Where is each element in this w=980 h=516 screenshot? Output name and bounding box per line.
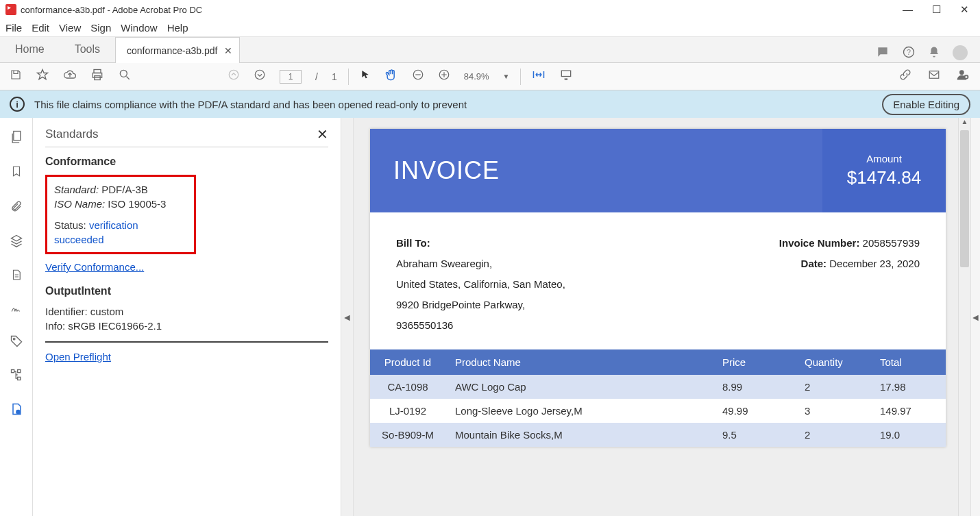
panel-title: Standards	[45, 127, 328, 141]
zoom-out-icon[interactable]	[412, 69, 424, 84]
info-bar: i This file claims compliance with the P…	[0, 90, 980, 118]
attachment-icon[interactable]	[10, 199, 23, 217]
comment-icon[interactable]	[876, 45, 890, 62]
pointer-icon[interactable]	[360, 69, 371, 84]
svg-point-5	[120, 70, 127, 77]
scroll-thumb[interactable]	[960, 130, 969, 267]
col-total: Total	[870, 349, 946, 375]
menu-help[interactable]: Help	[167, 22, 188, 34]
bill-to-line: United States, California, San Mateo,	[396, 274, 742, 295]
menu-sign[interactable]: Sign	[90, 22, 111, 34]
cloud-upload-icon[interactable]	[63, 68, 77, 85]
page-down-icon[interactable]	[254, 69, 266, 84]
zoom-dropdown-icon[interactable]: ▼	[503, 73, 510, 80]
svg-rect-14	[13, 132, 20, 140]
print-icon[interactable]	[90, 68, 104, 85]
svg-rect-11	[929, 71, 939, 79]
standard-value: PDF/A-3B	[101, 184, 148, 195]
add-user-icon[interactable]	[955, 68, 970, 85]
expand-rightpanel-icon[interactable]: ◄	[970, 118, 980, 516]
bill-to-label: Bill To:	[396, 237, 430, 249]
standards-panel: Standards ✕ Conformance Standard: PDF/A-…	[33, 118, 341, 516]
maximize-button[interactable]: ☐	[932, 3, 941, 16]
amount-value: $1474.84	[847, 167, 921, 188]
minimize-button[interactable]: —	[903, 3, 913, 16]
standard-label: Standard:	[54, 184, 99, 195]
signature-icon[interactable]	[10, 302, 23, 318]
toolbar: 1 / 1 84.9% ▼	[0, 63, 980, 90]
document-tab[interactable]: conformance-a3b.pdf ✕	[115, 37, 240, 63]
svg-rect-16	[11, 370, 14, 373]
svg-rect-18	[17, 377, 20, 380]
menu-window[interactable]: Window	[121, 22, 157, 34]
invoice-number: 2058557939	[863, 237, 920, 249]
invoice-title: INVOICE	[370, 129, 822, 212]
svg-rect-17	[17, 370, 20, 373]
collapse-sidepanel-icon[interactable]: ◄	[341, 118, 354, 516]
info-icon: i	[10, 97, 25, 112]
close-panel-icon[interactable]: ✕	[317, 126, 328, 143]
enable-editing-button[interactable]: Enable Editing	[882, 94, 970, 115]
iso-value: ISO 19005-3	[108, 198, 166, 210]
zoom-in-icon[interactable]	[438, 69, 450, 84]
page-input[interactable]: 1	[280, 70, 302, 84]
bookmark-icon[interactable]	[10, 164, 23, 182]
page-slash: /	[315, 71, 318, 82]
standards-icon[interactable]: i	[10, 402, 23, 420]
svg-text:?: ?	[907, 48, 911, 56]
help-icon[interactable]: ?	[902, 45, 916, 62]
read-mode-icon[interactable]	[559, 68, 573, 85]
document-icon[interactable]	[10, 267, 23, 286]
hand-icon[interactable]	[384, 68, 398, 85]
search-icon[interactable]	[118, 68, 132, 85]
info-line: Info: sRGB IEC61966-2.1	[45, 319, 328, 333]
output-intent-title: OutputIntent	[45, 285, 328, 297]
menu-edit[interactable]: Edit	[32, 22, 49, 34]
table-row: LJ-0192Long-Sleeve Logo Jersey,M49.99314…	[370, 399, 946, 423]
page-up-icon[interactable]	[228, 69, 240, 84]
share-link-icon[interactable]	[898, 68, 913, 85]
email-icon[interactable]	[927, 69, 942, 84]
scroll-up-icon[interactable]: ▲	[959, 118, 970, 130]
products-table: Product Id Product Name Price Quantity T…	[370, 349, 946, 447]
svg-rect-10	[562, 71, 571, 76]
invoice-number-label: Invoice Number:	[779, 237, 860, 249]
title-bar: conformance-a3b.pdf - Adobe Acrobat Pro …	[0, 0, 980, 19]
avatar-icon[interactable]	[953, 45, 968, 60]
tab-bar: Home Tools conformance-a3b.pdf ✕ ?	[0, 37, 980, 63]
zoom-level[interactable]: 84.9%	[464, 71, 489, 82]
star-icon[interactable]	[36, 68, 49, 85]
window-title: conformance-a3b.pdf - Adobe Acrobat Pro …	[21, 5, 202, 15]
svg-rect-2	[94, 70, 101, 73]
tools-button[interactable]: Tools	[60, 36, 115, 62]
home-button[interactable]: Home	[0, 36, 60, 62]
document-tab-label: conformance-a3b.pdf	[127, 45, 217, 56]
svg-point-12	[959, 70, 964, 75]
bill-to-line: Abraham Swearegin,	[396, 254, 742, 274]
window-controls: — ☐ ✕	[903, 3, 975, 16]
verify-link[interactable]: Verify Conformance...	[45, 261, 144, 273]
fit-width-icon[interactable]	[532, 68, 546, 85]
document-view[interactable]: INVOICE Amount $1474.84 Bill To: Abraham…	[354, 118, 970, 516]
save-icon[interactable]	[10, 69, 22, 84]
tree-icon[interactable]	[10, 368, 23, 385]
col-id: Product Id	[370, 349, 445, 375]
pages-icon[interactable]	[10, 129, 23, 147]
tag-icon[interactable]	[10, 334, 23, 352]
vertical-scrollbar[interactable]: ▲	[958, 118, 970, 516]
menu-view[interactable]: View	[59, 22, 81, 34]
close-button[interactable]: ✕	[960, 3, 969, 16]
close-tab-icon[interactable]: ✕	[224, 45, 232, 56]
col-name: Product Name	[445, 349, 713, 375]
invoice-header: INVOICE Amount $1474.84	[370, 129, 946, 212]
pdf-page: INVOICE Amount $1474.84 Bill To: Abraham…	[370, 129, 946, 447]
date-label: Date:	[801, 258, 827, 269]
menu-file[interactable]: File	[5, 22, 22, 34]
bill-to-line: 9365550136	[396, 315, 742, 336]
main-area: i Standards ✕ Conformance Standard: PDF/…	[0, 118, 980, 516]
preflight-link[interactable]: Open Preflight	[45, 351, 111, 363]
svg-point-6	[229, 70, 238, 79]
bell-icon[interactable]	[928, 45, 940, 62]
page-total: 1	[332, 71, 337, 82]
layers-icon[interactable]	[10, 234, 23, 251]
